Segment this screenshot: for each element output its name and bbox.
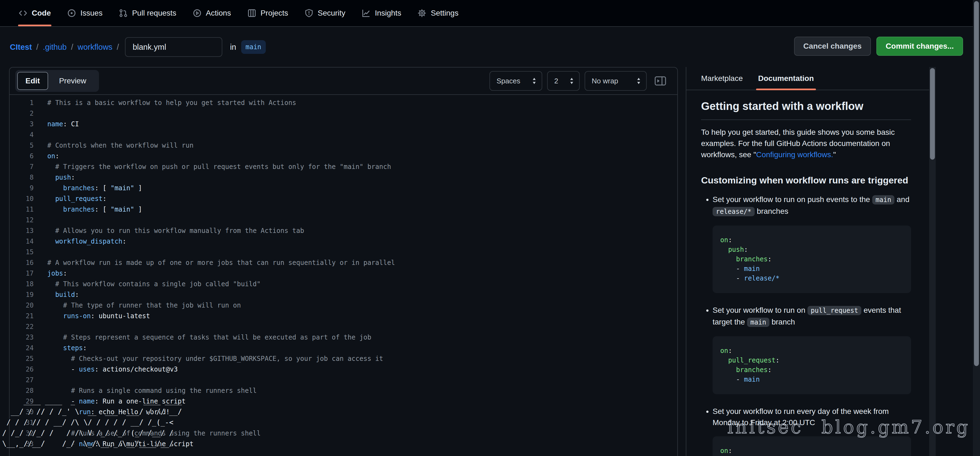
code-line[interactable]: # Runs a single command using the runner… [47,386,677,396]
nav-label: Insights [375,9,401,17]
code-line[interactable]: # Triggers the workflow on push or pull … [47,162,677,172]
nav-item-projects[interactable]: Projects [247,0,289,26]
nav-item-pull-requests[interactable]: Pull requests [118,0,177,26]
cancel-changes-button[interactable]: Cancel changes [794,37,871,56]
line-number: 17 [10,268,33,279]
indent-mode-select[interactable]: Spaces [490,71,542,91]
indent-size-select[interactable]: 2 [547,71,580,91]
code-line[interactable]: push: [47,172,677,183]
yaml-example: on: schedule: [713,436,911,456]
code-line[interactable] [47,375,677,386]
top-nav: CodeIssuesPull requestsActionsProjectsSe… [0,0,980,27]
wrap-mode-select[interactable]: No wrap [585,71,647,91]
code-line[interactable] [47,321,677,332]
nav-label: Actions [206,9,231,17]
line-number: 13 [10,226,33,236]
tab-edit[interactable]: Edit [17,72,48,90]
yaml-example: on: pull_request: branches: - main [713,336,911,394]
sidebar-scrollbar[interactable] [929,67,936,456]
code-line[interactable]: - uses: actions/checkout@v3 [47,364,677,375]
code-line[interactable] [47,108,677,119]
code-line[interactable]: - name: Run a one-line script [47,396,677,407]
breadcrumb-dir-workflows[interactable]: workflows [78,43,112,52]
line-number: 22 [10,321,33,332]
gear-icon [418,9,426,17]
code-line[interactable]: build: [47,289,677,300]
breadcrumb-dir-github[interactable]: .github [43,43,67,52]
line-number: 9 [10,183,33,194]
code-line[interactable] [47,247,677,257]
code-line[interactable] [47,418,677,428]
code-line[interactable]: pull_request: [47,194,677,204]
doc-bullet-text: Set your workflow to run every day of th… [713,406,911,428]
inline-code: main [747,318,770,327]
projects-icon [247,9,256,17]
code-line[interactable]: # The type of runner that the job will r… [47,300,677,311]
branch-badge[interactable]: main [241,40,266,54]
nav-item-settings[interactable]: Settings [417,0,460,26]
doc-bullet: Set your workflow to run on push events … [713,194,911,293]
tab-preview[interactable]: Preview [48,72,97,90]
nav-label: Projects [261,9,288,17]
code-editor[interactable]: 1234567891011121314151617181920212223242… [10,95,677,450]
code-line[interactable]: name: CI [47,119,677,130]
code-line[interactable]: workflow_dispatch: [47,236,677,247]
code-line[interactable]: # Checks-out your repository under $GITH… [47,353,677,364]
line-number: 32 [10,428,33,439]
code-line[interactable]: # Controls when the workflow will run [47,140,677,151]
page-scrollbar-thumb[interactable] [974,1,979,366]
page-scrollbar[interactable] [973,0,980,456]
line-number: 33 [10,439,33,450]
inline-code: release/* [713,207,755,216]
code-line[interactable]: # This is a basic workflow to help you g… [47,98,677,108]
doc-title: Getting started with a workflow [701,100,911,112]
docs-sidebar: Marketplace Documentation Getting starte… [686,67,929,456]
breadcrumb-separator: / [37,43,38,52]
editor-panel: Edit Preview Spaces 2 No wrap [9,67,678,456]
line-number: 16 [10,257,33,268]
code-line[interactable]: # This workflow contains a single job ca… [47,279,677,289]
code-line[interactable]: branches: [ "main" ] [47,204,677,215]
line-number: 7 [10,162,33,172]
nav-item-issues[interactable]: Issues [66,0,103,26]
code-line[interactable]: - name: Run a multi-line script [47,439,677,450]
code-line[interactable]: # Steps represent a sequence of tasks th… [47,332,677,343]
line-number: 29 [10,396,33,407]
line-number: 26 [10,364,33,375]
code-line[interactable]: runs-on: ubuntu-latest [47,311,677,321]
actions-icon [193,9,202,17]
code-line[interactable]: steps: [47,343,677,353]
nav-item-code[interactable]: Code [18,0,52,26]
nav-item-actions[interactable]: Actions [192,0,232,26]
line-number: 25 [10,353,33,364]
nav-item-security[interactable]: Security [304,0,347,26]
breadcrumb-repo-link[interactable]: CItest [10,43,32,52]
configuring-workflows-link[interactable]: Configuring workflows. [756,150,833,159]
code-line[interactable] [47,130,677,140]
line-number: 4 [10,130,33,140]
line-number: 11 [10,204,33,215]
breadcrumb-separator: / [117,43,119,52]
code-line[interactable]: # Runs a set of commands using the runne… [47,428,677,439]
code-line[interactable] [47,215,677,226]
code-line[interactable]: jobs: [47,268,677,279]
commit-changes-button[interactable]: Commit changes... [877,37,963,56]
code-line[interactable]: # Allows you to run this workflow manual… [47,226,677,236]
code-content[interactable]: # This is a basic workflow to help you g… [47,98,677,450]
doc-bullet: Set your workflow to run every day of th… [713,406,911,456]
line-numbers: 1234567891011121314151617181920212223242… [10,98,33,450]
tab-marketplace[interactable]: Marketplace [701,67,743,90]
filename-input[interactable] [125,37,222,57]
nav-item-insights[interactable]: Insights [361,0,402,26]
code-line[interactable]: # A workflow run is made up of one or mo… [47,257,677,268]
in-label: in [230,43,236,52]
code-line[interactable]: on: [47,151,677,162]
tab-documentation[interactable]: Documentation [758,67,814,90]
sidebar-scrollbar-thumb[interactable] [930,68,935,160]
line-number: 23 [10,332,33,343]
code-line[interactable]: run: echo Hello, world! [47,407,677,418]
line-number: 8 [10,172,33,183]
line-number: 20 [10,300,33,311]
code-line[interactable]: branches: [ "main" ] [47,183,677,194]
toggle-sidebar-button[interactable] [654,75,667,87]
